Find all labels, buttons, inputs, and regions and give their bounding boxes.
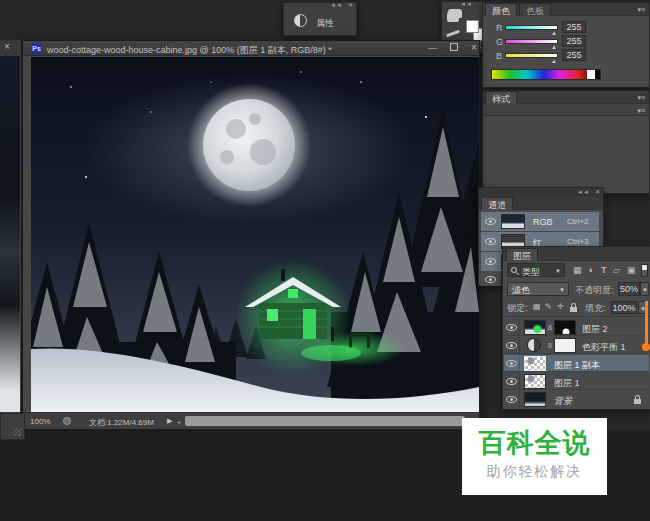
lock-paint-icon[interactable]: ✎	[545, 302, 552, 311]
layer-row[interactable]: 8 色彩平衡 1	[504, 337, 649, 354]
foreground-color-swatch[interactable]	[466, 20, 479, 33]
layer-mask-thumbnail[interactable]	[554, 320, 576, 335]
channel-thumbnail	[501, 214, 525, 229]
visibility-eye-icon[interactable]	[506, 324, 517, 331]
visibility-eye-icon[interactable]	[506, 360, 517, 367]
visibility-eye-icon[interactable]	[485, 218, 496, 225]
filter-type-label: 类型	[522, 266, 540, 279]
layer-row-selected[interactable]: 图层 1 副本	[504, 355, 649, 372]
minimize-window-icon[interactable]: —	[428, 43, 437, 53]
layer-mask-thumbnail[interactable]	[554, 338, 576, 353]
properties-panel-label[interactable]: 属性	[316, 17, 334, 30]
blend-mode-dropdown[interactable]: 滤色 ▼	[507, 282, 569, 296]
eyedropper-tool-icon[interactable]	[446, 30, 460, 38]
tab-styles[interactable]: 样式	[485, 91, 517, 104]
tab-channels[interactable]: 通道	[481, 197, 513, 210]
visibility-eye-icon[interactable]	[485, 276, 496, 283]
watermark-badge: 百科全说 助你轻松解决	[462, 418, 607, 495]
canvas-pasteboard	[23, 56, 479, 412]
properties-floating-panel: ◄◄ × 属性	[283, 2, 357, 36]
lock-all-icon[interactable]	[570, 307, 577, 312]
window-resize-corner[interactable]	[0, 413, 25, 440]
document-titlebar[interactable]: Ps wood-cottage-wood-house-cabine.jpg @ …	[23, 41, 479, 56]
background-document-window[interactable]: ×	[0, 40, 22, 430]
layer-thumbnail[interactable]	[524, 392, 546, 407]
collapse-panel-icon[interactable]: ◄◄	[330, 2, 342, 8]
color-panel: 颜色 色板 ▾≡ R ▲ 255 G ▲ 255 B ▲ 255	[482, 2, 650, 88]
close-window-icon[interactable]: ×	[4, 41, 10, 52]
filter-smart-object-icon[interactable]: ▣	[627, 265, 636, 275]
filter-shape-layers-icon[interactable]: ▱	[613, 265, 620, 275]
scroll-left-icon[interactable]: ◂	[177, 418, 180, 425]
canvas-image[interactable]	[31, 57, 479, 413]
mask-link-icon[interactable]: 8	[548, 324, 552, 331]
fill-value-field[interactable]: 100%	[611, 301, 637, 314]
adjustment-layer-icon[interactable]	[527, 338, 541, 352]
red-value-field[interactable]: 255	[562, 21, 586, 33]
layer-filter-dropdown[interactable]: 类型 ▼	[507, 263, 565, 277]
resize-grip-icon[interactable]	[13, 428, 21, 436]
layer-filter-row: 类型 ▼ ▦ ◑ T ▱ ▣	[503, 261, 650, 280]
close-window-icon[interactable]: ×	[471, 42, 477, 53]
green-value-field[interactable]: 255	[562, 35, 586, 47]
filter-type-layers-icon[interactable]: T	[601, 265, 607, 275]
color-spectrum-ramp[interactable]	[491, 69, 601, 80]
filter-toggle-switch[interactable]	[641, 264, 648, 277]
filter-pixel-layers-icon[interactable]: ▦	[573, 265, 582, 275]
layer-row[interactable]: 图层 1	[504, 373, 649, 390]
lock-move-icon[interactable]: ✛	[557, 302, 564, 311]
lock-label: 锁定:	[507, 302, 528, 315]
adjustments-icon[interactable]	[294, 14, 307, 27]
zoom-level[interactable]: 100%	[30, 417, 50, 426]
red-slider-thumb[interactable]: ▲	[551, 30, 557, 36]
background-canvas-sliver	[0, 56, 20, 412]
visibility-eye-icon[interactable]	[506, 396, 517, 403]
status-expand-icon[interactable]: ▶	[167, 417, 172, 425]
layer-row[interactable]: 8 图层 2	[504, 319, 649, 336]
visibility-eye-icon[interactable]	[485, 258, 496, 265]
tab-layers[interactable]: 图层	[506, 248, 538, 261]
channel-row-rgb[interactable]: RGB Ctrl+2	[481, 212, 599, 231]
filter-adjustment-layers-icon[interactable]: ◑	[587, 265, 592, 275]
document-size-info[interactable]: 文档:1.22M/4.69M	[89, 417, 154, 428]
blue-value-field[interactable]: 255	[562, 49, 586, 61]
tab-color[interactable]: 颜色	[485, 3, 517, 16]
maximize-window-icon[interactable]	[450, 43, 458, 51]
styles-subheader-menu-icon[interactable]: ▾≡	[637, 107, 645, 114]
opacity-dropdown-button[interactable]: ▼	[640, 282, 649, 296]
green-slider-thumb[interactable]: ▲	[551, 44, 557, 50]
layer-name[interactable]: 背景	[554, 395, 572, 408]
mask-link-icon[interactable]: 8	[548, 342, 552, 349]
color-panel-menu-icon[interactable]: ▾≡	[637, 6, 645, 13]
channel-shortcut: Ctrl+3	[567, 237, 589, 246]
close-panel-icon[interactable]: ×	[348, 1, 353, 9]
layer-thumbnail[interactable]	[524, 320, 546, 335]
collapse-toolbox-icon[interactable]: ◄◄	[460, 1, 472, 7]
channels-tabbar: 通道	[479, 197, 603, 210]
channel-label: G	[496, 37, 503, 47]
layer-name[interactable]: 图层 1	[554, 377, 580, 390]
background-document-titlebar[interactable]: ×	[0, 40, 21, 55]
blue-slider-thumb[interactable]: ▲	[551, 58, 557, 64]
styles-panel-menu-icon[interactable]: ▾≡	[637, 94, 645, 101]
close-channels-icon[interactable]: ×	[595, 188, 600, 196]
layer-name[interactable]: 图层 1 副本	[554, 359, 600, 372]
horizontal-scrollbar[interactable]	[185, 416, 465, 426]
visibility-eye-icon[interactable]	[506, 378, 517, 385]
chevron-down-icon: ▼	[555, 268, 561, 274]
tab-swatches[interactable]: 色板	[519, 3, 551, 16]
visibility-eye-icon[interactable]	[485, 238, 496, 245]
layer-thumbnail[interactable]	[524, 374, 546, 389]
layer-name[interactable]: 图层 2	[582, 323, 608, 336]
opacity-value-field[interactable]: 50%	[618, 282, 640, 296]
layer-row-background[interactable]: 背景	[504, 391, 649, 408]
status-badge-icon	[63, 417, 71, 425]
collapse-channels-icon[interactable]: ◄◄	[577, 189, 589, 195]
watermark-subtitle: 助你轻松解决	[462, 463, 607, 481]
visibility-eye-icon[interactable]	[506, 342, 517, 349]
hand-tool-icon[interactable]	[447, 11, 459, 22]
layer-thumbnail[interactable]	[524, 356, 546, 371]
watermark-title: 百科全说	[462, 425, 607, 461]
layer-name[interactable]: 色彩平衡 1	[582, 341, 626, 354]
lock-transparent-icon[interactable]: ▦	[533, 302, 541, 311]
